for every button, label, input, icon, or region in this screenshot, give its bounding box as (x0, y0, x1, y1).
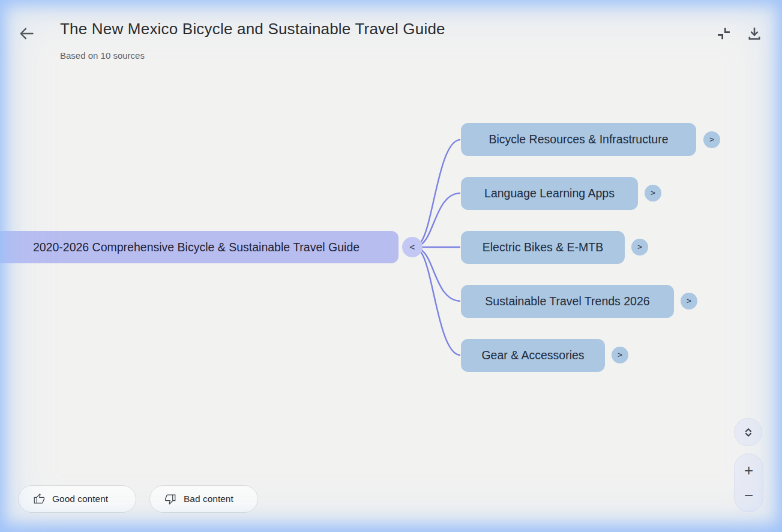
download-icon (746, 25, 764, 42)
bad-content-label: Bad content (184, 494, 233, 504)
page-title: The New Mexico Bicycle and Sustainable T… (60, 20, 445, 38)
expand-branch-button[interactable]: > (631, 239, 648, 256)
mindmap-root-node[interactable]: 2020-2026 Comprehensive Bicycle & Sustai… (0, 231, 399, 263)
mindmap-node-sustainable-trends[interactable]: Sustainable Travel Trends 2026 (461, 285, 674, 318)
collapse-window-button[interactable] (715, 25, 733, 43)
good-content-button[interactable]: Good content (18, 485, 136, 513)
sources-count: Based on 10 sources (60, 50, 145, 61)
zoom-in-button[interactable]: + (735, 454, 763, 483)
mindmap-node-gear-accessories[interactable]: Gear & Accessories (461, 339, 605, 372)
expand-branch-button[interactable]: > (681, 293, 697, 309)
download-button[interactable] (746, 25, 764, 43)
mindmap-connectors (0, 0, 782, 532)
collapse-window-icon (715, 25, 733, 42)
mindmap-node-bicycle-resources[interactable]: Bicycle Resources & Infrastructure (461, 123, 696, 156)
good-content-label: Good content (52, 494, 108, 504)
mindmap-node-language-apps[interactable]: Language Learning Apps (461, 177, 638, 210)
arrow-left-icon (18, 25, 37, 42)
back-button[interactable] (18, 24, 37, 43)
expand-branch-button[interactable]: > (703, 131, 720, 148)
edge-glow (0, 0, 782, 532)
collapse-branch-button[interactable]: < (402, 237, 423, 257)
thumb-down-icon (164, 493, 176, 505)
zoom-controls: + − (734, 453, 763, 512)
mindmap-node-electric-bikes[interactable]: Electric Bikes & E-MTB (461, 231, 625, 264)
pan-vertical-button[interactable] (734, 418, 762, 446)
thumb-up-icon (33, 493, 45, 505)
mindmap-viewer: The New Mexico Bicycle and Sustainable T… (0, 0, 782, 532)
bad-content-button[interactable]: Bad content (149, 485, 258, 513)
zoom-out-button[interactable]: − (735, 483, 763, 512)
expand-branch-button[interactable]: > (645, 185, 661, 202)
expand-branch-button[interactable]: > (612, 347, 628, 363)
unfold-more-icon (741, 425, 756, 440)
